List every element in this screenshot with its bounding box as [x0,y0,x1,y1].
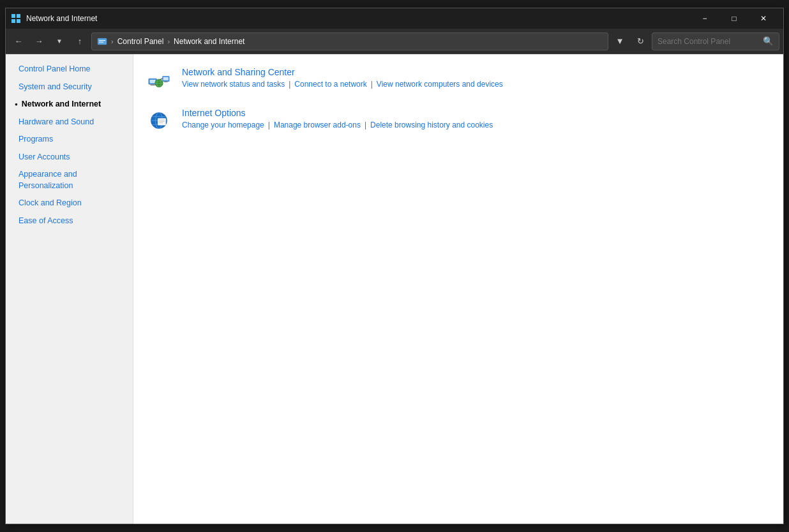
breadcrumb-root[interactable]: Control Panel [117,37,164,46]
sidebar-item-system-security[interactable]: System and Security [6,78,133,96]
manage-addons-link[interactable]: Manage browser add-ons [274,121,361,129]
view-computers-link[interactable]: View network computers and devices [377,80,503,89]
address-field[interactable]: › Control Panel › Network and Internet [91,33,608,50]
sidebar-item-clock-region[interactable]: Clock and Region [6,195,133,212]
address-bar: ← → ▼ ↑ › Control Panel › Network and In… [6,29,783,54]
sidebar-item-control-panel-home[interactable]: Control Panel Home [6,61,133,78]
forward-button[interactable]: → [30,33,48,50]
search-input[interactable] [658,37,759,46]
address-dropdown-button[interactable]: ▼ [611,33,629,50]
sidebar-item-appearance[interactable]: Appearance and Personalization [6,166,133,195]
svg-rect-24 [158,118,166,125]
window-controls: − □ ✕ [690,8,778,29]
svg-rect-11 [163,77,169,80]
search-icon[interactable]: 🔍 [763,36,774,46]
main-area: Control Panel Home System and Security N… [6,54,783,524]
search-box[interactable]: 🔍 [652,33,779,50]
title-bar: Network and Internet − □ ✕ [6,8,783,29]
svg-rect-1 [17,14,20,18]
svg-rect-4 [98,38,107,45]
sidebar-item-network-internet[interactable]: Network and Internet [6,96,133,114]
network-sharing-icon [146,67,172,92]
back-button[interactable]: ← [10,33,27,50]
internet-options-links: Change your homepage | Manage browser ad… [182,121,770,129]
svg-rect-9 [151,84,155,85]
network-sharing-links: View network status and tasks | Connect … [182,80,770,89]
network-sharing-section: Network and Sharing Center View network … [146,67,770,92]
window-icon [11,13,21,24]
svg-rect-5 [99,40,105,41]
breadcrumb-current[interactable]: Network and Internet [174,37,244,46]
close-button[interactable]: ✕ [749,8,778,29]
minimize-button[interactable]: − [690,8,719,29]
view-status-link[interactable]: View network status and tasks [182,80,285,89]
svg-rect-3 [17,19,20,23]
sidebar-item-programs[interactable]: Programs [6,131,133,149]
change-homepage-link[interactable]: Change your homepage [182,121,264,129]
svg-rect-0 [11,14,15,18]
breadcrumb-separator-2: › [167,38,170,45]
maximize-button[interactable]: □ [719,8,749,29]
main-window: Network and Internet − □ ✕ ← → ▼ ↑ › Con… [5,8,784,524]
internet-options-title[interactable]: Internet Options [182,108,770,118]
internet-options-text: Internet Options Change your homepage | … [182,108,770,129]
refresh-button[interactable]: ↻ [631,33,649,50]
connect-network-link[interactable]: Connect to a network [294,80,366,89]
internet-options-section: Internet Options Change your homepage | … [146,108,770,133]
sidebar: Control Panel Home System and Security N… [6,54,133,524]
network-sharing-title[interactable]: Network and Sharing Center [182,67,770,77]
delete-history-link[interactable]: Delete browsing history and cookies [370,121,493,129]
location-icon [97,36,107,47]
svg-rect-8 [150,80,156,83]
up-button[interactable]: ↑ [71,33,89,50]
sidebar-item-user-accounts[interactable]: User Accounts [6,149,133,166]
svg-rect-6 [99,41,103,42]
recent-button[interactable]: ▼ [50,33,68,50]
network-sharing-text: Network and Sharing Center View network … [182,67,770,89]
svg-rect-12 [164,82,167,82]
sidebar-item-hardware-sound[interactable]: Hardware and Sound [6,114,133,131]
svg-rect-2 [11,19,15,23]
content-panel: Network and Sharing Center View network … [133,54,783,524]
sidebar-item-ease-access[interactable]: Ease of Access [6,212,133,230]
breadcrumb-separator-1: › [111,38,114,45]
internet-options-icon [146,108,172,133]
window-title: Network and Internet [26,14,690,23]
